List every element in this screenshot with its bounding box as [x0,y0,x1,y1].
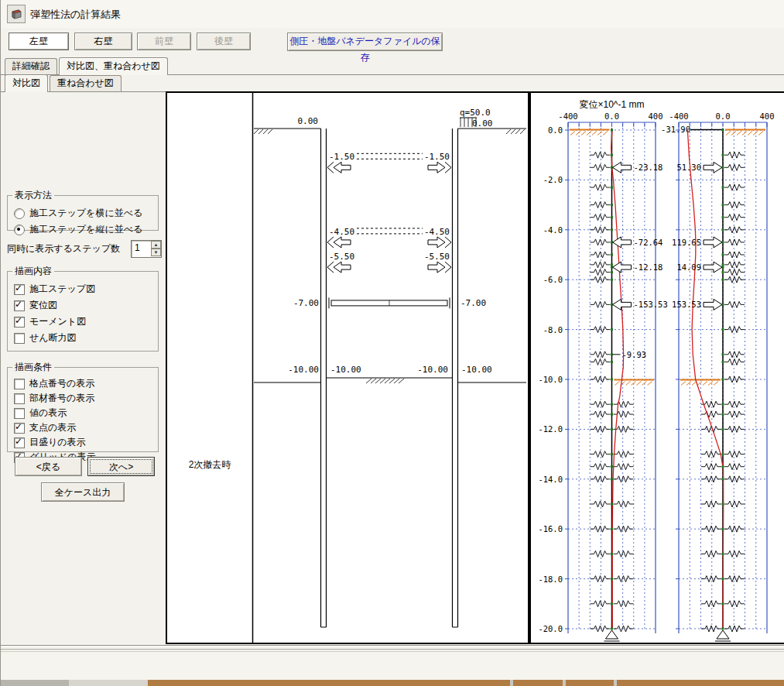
all-cases-output-button[interactable]: 全ケース出力 [41,482,125,502]
svg-text:0.0: 0.0 [604,111,619,121]
svg-text:-400: -400 [558,111,577,121]
svg-text:-18.0: -18.0 [538,575,563,584]
checkbox-draw-content-1[interactable]: 変位図 [14,299,152,312]
radio-display-method-1[interactable]: 施工ステップを縦に並べる [14,223,152,236]
control-panel: 表示方法 施工ステップを横に並べる施工ステップを縦に並べる 同時に表示するステッ… [1,91,166,644]
checkbox-draw-content-1-label: 変位図 [29,299,57,312]
svg-text:-2.0: -2.0 [543,175,563,184]
display-method-group: 表示方法 施工ステップを横に並べる施工ステップを縦に並べる [7,189,159,231]
svg-text:-31.90: -31.90 [661,125,690,134]
step-count-row: 同時に表示するステップ数 1 ▲ ▼ [7,240,162,257]
svg-text:119.65: 119.65 [672,238,701,247]
svg-text:-23.18: -23.18 [634,163,663,172]
checkbox-icon[interactable] [14,437,25,448]
chart-2: -4000.0400-31.9051.30119.6514.09153.53 [661,111,774,641]
svg-text:-1.50: -1.50 [424,152,450,162]
svg-text:400: 400 [760,111,775,121]
radio-display-method-1-label: 施工ステップを縦に並べる [29,223,142,236]
checkbox-icon[interactable] [14,300,25,311]
front-wall-button[interactable]: 前壁 [137,33,191,50]
checkbox-draw-condition-1[interactable]: 部材番号の表示 [14,392,152,405]
checkbox-icon[interactable] [14,284,25,295]
taskbar-segment[interactable] [148,680,510,686]
radio-icon[interactable] [14,225,25,235]
step-count-spinner[interactable]: 1 ▲ ▼ [131,240,162,258]
checkbox-icon[interactable] [14,379,25,389]
displacement-charts: -4000.04000.0-2.0-4.0-6.0-8.0-10.0-12.0-… [529,91,784,644]
svg-text:-9.93: -9.93 [622,350,647,359]
svg-text:0.0: 0.0 [548,125,563,135]
svg-text:2次撤去時: 2次撤去時 [189,459,232,470]
taskbar-segment[interactable] [566,680,614,686]
back-wall-button[interactable]: 後壁 [197,33,251,50]
save-spring-data-button[interactable]: 側圧・地盤バネデータファイルの保存 [287,33,443,51]
tab-comparison-overlay[interactable]: 対比図、重ね合わせ図 [59,57,168,75]
tab-overlay-figure[interactable]: 重ね合わせ図 [50,75,122,91]
checkbox-icon[interactable] [14,423,25,434]
taskbar-segment[interactable] [1,680,69,686]
checkbox-draw-content-0-label: 施工ステップ図 [29,283,95,296]
svg-text:q=50.0: q=50.0 [460,108,491,118]
svg-text:400: 400 [649,111,663,121]
tab-detail-check[interactable]: 詳細確認 [5,58,57,74]
checkbox-icon[interactable] [14,393,25,404]
svg-text:-4.50: -4.50 [424,227,450,237]
taskbar-segment[interactable] [69,680,148,686]
checkbox-draw-content-2-label: モーメント図 [29,315,86,328]
radio-display-method-0[interactable]: 施工ステップを横に並べる [14,207,152,220]
window-title: 弾塑性法の計算結果 [30,8,121,22]
checkbox-icon[interactable] [14,333,25,344]
svg-text:-72.64: -72.64 [634,238,663,247]
svg-text:-4.0: -4.0 [543,225,563,235]
svg-text:-153.53: -153.53 [634,300,668,309]
checkbox-draw-condition-4[interactable]: 目盛りの表示 [14,436,152,449]
taskbar [1,680,784,686]
svg-text:-1.50: -1.50 [329,152,354,162]
right-wall-button[interactable]: 右壁 [74,33,132,50]
svg-text:-400: -400 [669,111,688,121]
checkbox-draw-condition-0[interactable]: 格点番号の表示 [14,377,152,390]
checkbox-draw-condition-3[interactable]: 支点の表示 [14,421,152,434]
checkbox-icon[interactable] [14,408,25,419]
title-bar: 弾塑性法の計算結果 [1,0,784,28]
checkbox-icon[interactable] [14,317,25,328]
draw-content-group: 描画内容 施工ステップ図変位図モーメント図せん断力図 [7,265,159,352]
construction-diagram: 2次撤去時0.00q=50.00.00-1.50-1.50-4.50-4.50-… [166,91,529,644]
draw-condition-group: 描画条件 格点番号の表示部材番号の表示値の表示支点の表示目盛りの表示グリッドの表… [7,361,159,452]
app-window: 弾塑性法の計算結果 左壁 右壁 前壁 後壁 側圧・地盤バネデータファイルの保存 … [0,0,784,686]
next-button[interactable]: 次へ> [87,457,155,476]
svg-text:-10.0: -10.0 [538,375,563,384]
taskbar-segment[interactable] [513,680,563,686]
svg-text:-16.0: -16.0 [538,524,563,533]
svg-text:-10.00: -10.00 [417,365,448,375]
construction-diagram-pane: 2次撤去時0.00q=50.00.00-1.50-1.50-4.50-4.50-… [166,91,529,644]
svg-text:-4.50: -4.50 [329,227,354,237]
radio-display-method-0-label: 施工ステップを横に並べる [29,207,142,220]
spinner-down-icon[interactable]: ▼ [151,249,161,256]
checkbox-draw-condition-2-label: 値の表示 [29,406,67,420]
checkbox-draw-content-0[interactable]: 施工ステップ図 [14,283,152,296]
svg-text:14.09: 14.09 [676,262,701,272]
taskbar-segment[interactable] [617,680,784,686]
checkbox-draw-content-3-label: せん断力図 [29,331,77,345]
svg-text:-12.18: -12.18 [634,262,663,272]
back-button[interactable]: <戻る [15,457,82,476]
svg-text:-8.0: -8.0 [543,325,563,334]
checkbox-draw-condition-0-label: 格点番号の表示 [29,377,94,390]
chart-1: -4000.04000.0-2.0-4.0-6.0-8.0-10.0-12.0-… [538,99,667,641]
svg-text:変位×10^-1 mm: 変位×10^-1 mm [580,99,645,110]
draw-condition-legend: 描画条件 [12,361,54,374]
radio-icon[interactable] [14,208,25,219]
left-wall-button[interactable]: 左壁 [9,33,69,50]
display-method-legend: 表示方法 [12,189,54,202]
checkbox-draw-content-3[interactable]: せん断力図 [14,331,152,345]
svg-text:-10.00: -10.00 [461,365,492,375]
tab-comparison-figure[interactable]: 対比図 [5,74,48,92]
checkbox-draw-condition-2[interactable]: 値の表示 [14,406,152,420]
spinner-buttons: ▲ ▼ [151,241,161,256]
main-area: 表示方法 施工ステップを横に並べる施工ステップを縦に並べる 同時に表示するステッ… [1,91,784,644]
tab-row-main: 詳細確認 対比図、重ね合わせ図 [1,57,784,75]
spinner-up-icon[interactable]: ▲ [151,241,161,249]
toolbar: 左壁 右壁 前壁 後壁 側圧・地盤バネデータファイルの保存 [1,33,784,53]
checkbox-draw-content-2[interactable]: モーメント図 [14,315,152,328]
